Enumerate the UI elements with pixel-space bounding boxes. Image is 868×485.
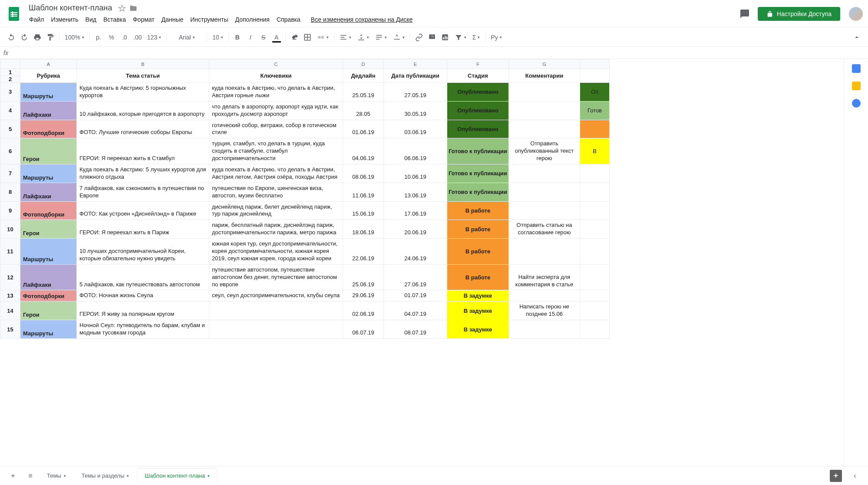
cell-stage[interactable]: В задумке (447, 301, 509, 320)
cell-rubric[interactable]: Герои (20, 301, 77, 320)
cell-comment[interactable]: Написать герою не позднее 15.06 (509, 301, 580, 320)
menu-insert[interactable]: Вставка (100, 14, 129, 25)
sheet-tab-2[interactable]: Шаблон контент-плана (138, 469, 217, 482)
cell-comment[interactable] (509, 290, 580, 301)
font-size-dropdown[interactable]: 10 (210, 31, 226, 43)
cell-rubric[interactable]: Маршруты (20, 83, 77, 102)
cell-topic[interactable]: Ночной Сеул: путеводитель по барам, клуб… (77, 320, 209, 339)
all-sheets-button[interactable]: ≡ (23, 468, 38, 484)
cell-topic[interactable]: ГЕРОИ: Я живу за полярным кругом (77, 301, 209, 320)
h-align-button[interactable] (337, 31, 354, 43)
row-header-5[interactable]: 5 (0, 120, 20, 138)
cell-deadline[interactable]: 06.07.19 (343, 320, 384, 339)
cell-topic[interactable]: Куда поехать в Австрию: 5 горнолыжных ку… (77, 83, 209, 102)
cell-rubric[interactable]: Лайфхаки (20, 101, 77, 120)
cell-pubdate[interactable]: 13.06.19 (384, 183, 447, 201)
text-rotation-button[interactable] (390, 31, 407, 43)
header-comments[interactable]: Комментарии (509, 69, 580, 83)
cell-keywords[interactable]: путешествие по Европе, шенгенская виза, … (209, 183, 343, 201)
cell-stage[interactable]: В работе (447, 264, 509, 290)
cell-keywords[interactable]: париж, бесплатный париж, диснейлэнд пари… (209, 220, 343, 239)
cell-keywords[interactable]: готический собор, витражи, собор в готич… (209, 120, 343, 138)
cell-stage[interactable]: Готово к публикации (447, 164, 509, 183)
insert-comment-button[interactable] (426, 31, 438, 43)
cell-stage[interactable]: Опубликовано (447, 101, 509, 120)
cell-comment[interactable] (509, 320, 580, 339)
col-header-A[interactable]: A (20, 59, 77, 69)
menu-help[interactable]: Справка (274, 14, 304, 25)
cell-keywords[interactable]: диснейленд париж, билет диснейленд париж… (209, 201, 343, 220)
doc-title[interactable]: Шаблон контент-плана (26, 3, 115, 13)
cell-comment[interactable] (509, 164, 580, 183)
undo-button[interactable] (5, 31, 17, 43)
cell-deadline[interactable]: 22.06.19 (343, 239, 384, 265)
row-header-2[interactable]: 2 (0, 76, 20, 83)
cell-keywords[interactable]: куда поехать в Австрию, что делать в Авс… (209, 164, 343, 183)
cell-deadline[interactable]: 11.06.19 (343, 183, 384, 201)
cell-comment[interactable]: Отправить статью на согласование герою (509, 220, 580, 239)
cell-pubdate[interactable]: 10.06.19 (384, 164, 447, 183)
cell-stage[interactable]: В работе (447, 201, 509, 220)
fill-color-button[interactable] (288, 31, 300, 43)
cell-comment[interactable] (509, 201, 580, 220)
cell-deadline[interactable]: 04.06.19 (343, 138, 384, 164)
cell-deadline[interactable]: 25.05.19 (343, 83, 384, 102)
cell-topic[interactable]: 10 лучших достопримечательной Кореи, кот… (77, 239, 209, 265)
cell-stage[interactable]: В задумке (447, 320, 509, 339)
currency-button[interactable]: р. (92, 31, 105, 43)
italic-button[interactable]: I (244, 31, 257, 43)
text-wrap-button[interactable] (373, 31, 389, 43)
menu-addons[interactable]: Дополнения (232, 14, 273, 25)
borders-button[interactable] (301, 31, 314, 43)
row-header-10[interactable]: 10 (0, 220, 20, 239)
cell-keywords[interactable]: турция, стамбул, что делать в турции, ку… (209, 138, 343, 164)
row-header-13[interactable]: 13 (0, 290, 20, 301)
menu-file[interactable]: Файл (26, 14, 47, 25)
cell-comment[interactable] (509, 83, 580, 102)
cell-side[interactable] (580, 183, 610, 201)
cell-side[interactable]: Оп (580, 83, 610, 102)
cell-comment[interactable] (509, 183, 580, 201)
keep-app-icon[interactable] (852, 82, 861, 90)
cell-side[interactable]: Готов (580, 101, 610, 120)
spreadsheet-grid[interactable]: ABCDEFG1 Рубрика Тема статьи Ключевики Д… (0, 59, 844, 466)
bold-button[interactable]: B (231, 31, 244, 43)
cell-side[interactable] (580, 264, 610, 290)
cell-pubdate[interactable]: 17.06.19 (384, 201, 447, 220)
menu-edit[interactable]: Изменить (48, 14, 81, 25)
header-stage[interactable]: Стадия (447, 69, 509, 83)
cell-keywords[interactable] (209, 320, 343, 339)
cell-comment[interactable] (509, 239, 580, 265)
row-header-12[interactable]: 12 (0, 264, 20, 290)
cell-rubric[interactable]: Лайфхаки (20, 264, 77, 290)
cell-side[interactable] (580, 120, 610, 138)
cell-topic[interactable]: 10 лайфхаков, которые пригодятся в аэроп… (77, 101, 209, 120)
print-button[interactable] (31, 31, 43, 43)
strikethrough-button[interactable]: S (257, 31, 270, 43)
cell-topic[interactable]: 7 лайфхаков, как сэкономить в путешестви… (77, 183, 209, 201)
save-status[interactable]: Все изменения сохранены на Диске (308, 14, 416, 25)
cell-rubric[interactable]: Герои (20, 220, 77, 239)
cell-rubric[interactable]: Герои (20, 138, 77, 164)
insert-chart-button[interactable] (439, 31, 451, 43)
menu-tools[interactable]: Инструменты (187, 14, 231, 25)
explore-button[interactable] (830, 470, 842, 482)
col-header-E[interactable]: E (384, 59, 447, 69)
cell-deadline[interactable]: 08.06.19 (343, 164, 384, 183)
row-header-4[interactable]: 4 (0, 101, 20, 120)
functions-button[interactable]: Σ (470, 31, 483, 43)
col-header-C[interactable]: C (209, 59, 343, 69)
decrease-decimal-button[interactable]: .0 (119, 31, 131, 43)
cell-stage[interactable]: Готово к публикации (447, 183, 509, 201)
cell-rubric[interactable]: Фотоподборки (20, 120, 77, 138)
cell-stage[interactable]: В работе (447, 239, 509, 265)
cell-pubdate[interactable]: 27.05.19 (384, 83, 447, 102)
star-icon[interactable] (118, 4, 126, 12)
cell-comment[interactable] (509, 101, 580, 120)
folder-icon[interactable] (129, 4, 137, 12)
cell-topic[interactable]: ФОТО: Как устроен «Диснейлэнд» в Париже (77, 201, 209, 220)
row-header-11[interactable]: 11 (0, 239, 20, 265)
cell-side[interactable] (580, 320, 610, 339)
cell-pubdate[interactable]: 03.06.19 (384, 120, 447, 138)
cell-rubric[interactable]: Фотоподборки (20, 290, 77, 301)
